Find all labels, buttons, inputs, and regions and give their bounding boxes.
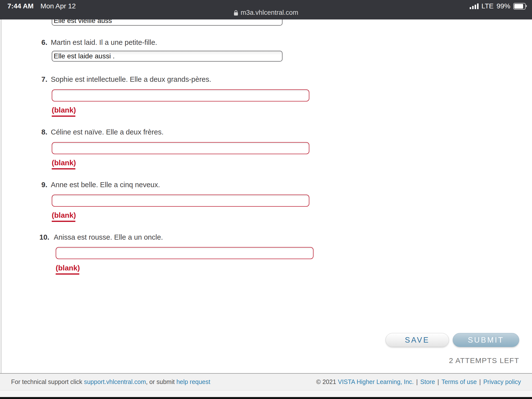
network-label: LTE xyxy=(482,2,494,10)
support-text: For technical support click support.vhlc… xyxy=(11,378,210,385)
question-7: 7. Sophie est intellectuelle. Elle a deu… xyxy=(41,75,211,83)
page-left-border xyxy=(1,19,1,373)
status-bar: 7:44 AM Mon Apr 12 m3a.vhlcentral.com LT… xyxy=(0,0,532,19)
question-number: 8. xyxy=(41,128,47,136)
save-button[interactable]: SAVE xyxy=(385,333,449,347)
submit-button[interactable]: SUBMIT xyxy=(453,333,519,347)
blank-underline xyxy=(52,116,75,117)
blank-underline xyxy=(56,273,79,275)
help-request-link[interactable]: help request xyxy=(176,378,210,385)
blank-underline xyxy=(52,221,75,222)
answer-input-q7[interactable] xyxy=(52,89,309,101)
answer-input-q6[interactable]: Elle est laide aussi . xyxy=(52,51,283,62)
question-prompt: Anne est belle. Elle a cinq neveux. xyxy=(51,181,160,189)
url-bar[interactable]: m3a.vhlcentral.com xyxy=(0,9,532,17)
copyright-label: © 2021 xyxy=(316,378,338,385)
battery-percent-label: 99% xyxy=(497,2,510,10)
question-prompt: Sophie est intellectuelle. Elle a deux g… xyxy=(51,75,211,83)
attempts-left-label: 2 ATTEMPTS LEFT xyxy=(449,356,519,365)
footer-separator: | xyxy=(479,378,481,385)
answer-input-q10[interactable] xyxy=(56,247,314,259)
question-number: 9. xyxy=(41,181,47,189)
battery-icon xyxy=(513,3,526,10)
answer-input-q9[interactable] xyxy=(52,195,309,207)
privacy-policy-link[interactable]: Privacy policy xyxy=(483,378,521,385)
question-number: 6. xyxy=(41,38,47,47)
blank-label-q10: (blank) xyxy=(56,264,80,272)
status-right: LTE 99% xyxy=(470,2,526,10)
question-10: 10. Anissa est rousse. Elle a un oncle. xyxy=(39,233,163,241)
footer-separator: | xyxy=(416,378,418,385)
browser-bottom-bar xyxy=(0,390,532,397)
cellular-signal-icon xyxy=(470,3,479,9)
store-link[interactable]: Store xyxy=(420,378,435,385)
support-middle: , or submit xyxy=(146,378,176,385)
blank-label-q8: (blank) xyxy=(52,159,76,167)
blank-label-q9: (blank) xyxy=(52,211,76,219)
support-prefix: For technical support click xyxy=(11,378,84,385)
question-8: 8. Céline est naïve. Elle a deux frères. xyxy=(41,128,164,136)
question-prompt: Céline est naïve. Elle a deux frères. xyxy=(51,128,164,136)
question-number: 7. xyxy=(41,75,47,83)
device-bottom-strip xyxy=(0,397,532,399)
support-link[interactable]: support.vhlcentral.com xyxy=(84,378,146,385)
lock-icon xyxy=(234,10,238,16)
blank-label-q7: (blank) xyxy=(52,106,76,114)
blank-underline xyxy=(52,168,75,169)
company-link[interactable]: VISTA Higher Learning, Inc. xyxy=(338,378,414,385)
answer-input-q8[interactable] xyxy=(52,142,309,154)
answer-text: Elle est laide aussi . xyxy=(54,52,115,60)
terms-of-use-link[interactable]: Terms of use xyxy=(442,378,477,385)
question-prompt: Martin est laid. Il a une petite-fille. xyxy=(51,38,157,47)
footer: For technical support click support.vhlc… xyxy=(0,373,532,390)
question-6: 6. Martin est laid. Il a une petite-fill… xyxy=(41,38,157,47)
url-text: m3a.vhlcentral.com xyxy=(241,9,298,17)
footer-separator: | xyxy=(437,378,439,385)
question-9: 9. Anne est belle. Elle a cinq neveux. xyxy=(41,181,160,189)
question-number: 10. xyxy=(39,233,49,241)
question-prompt: Anissa est rousse. Elle a un oncle. xyxy=(54,233,163,241)
legal-text: © 2021 VISTA Higher Learning, Inc.|Store… xyxy=(316,378,521,385)
